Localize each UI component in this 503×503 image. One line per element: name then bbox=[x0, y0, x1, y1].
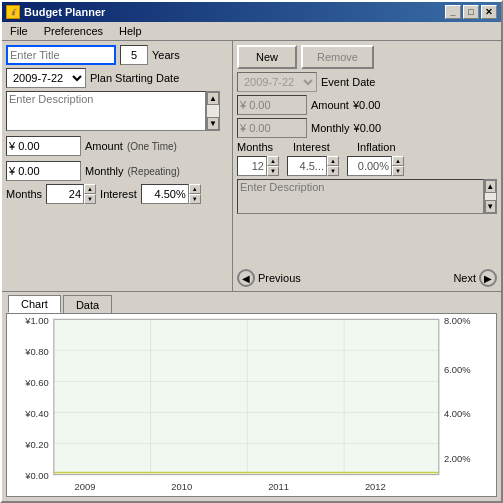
scroll-up-btn[interactable]: ▲ bbox=[207, 92, 219, 105]
right-inflation-spinner: ▲ ▼ bbox=[347, 156, 404, 176]
monthly-input[interactable] bbox=[6, 161, 81, 181]
months-label: Months bbox=[6, 188, 42, 200]
title-input[interactable] bbox=[6, 45, 116, 65]
menu-help[interactable]: Help bbox=[115, 24, 146, 38]
right-inflation-value[interactable] bbox=[347, 156, 392, 176]
right-months-up[interactable]: ▲ bbox=[267, 156, 279, 166]
maximize-button[interactable]: □ bbox=[463, 5, 479, 19]
prev-label: Previous bbox=[258, 272, 301, 284]
prev-button[interactable]: ◀ Previous bbox=[237, 269, 301, 287]
title-bar: 💰 Budget Planner _ □ ✕ bbox=[2, 2, 501, 22]
svg-text:¥0.00: ¥0.00 bbox=[24, 470, 48, 481]
title-years-row: Years bbox=[6, 45, 228, 65]
months-interest-row: Months ▲ ▼ Interest ▲ ▼ bbox=[6, 184, 228, 204]
amount-label: Amount bbox=[85, 140, 123, 152]
bottom-section: Chart Data bbox=[2, 291, 501, 501]
right-amount-value: ¥0.00 bbox=[353, 99, 381, 111]
svg-text:8.00%: 8.00% bbox=[444, 315, 471, 326]
monthly-label: Monthly bbox=[85, 165, 124, 177]
right-months-spinner: ▲ ▼ bbox=[237, 156, 279, 176]
description-area: ▲ ▼ bbox=[6, 91, 228, 131]
monthly-row: Monthly (Repeating) bbox=[6, 161, 228, 181]
menu-bar: File Preferences Help bbox=[2, 22, 501, 41]
right-desc-scrollbar[interactable]: ▲ ▼ bbox=[484, 179, 497, 214]
tabs-row: Chart Data bbox=[2, 292, 501, 313]
svg-text:2009: 2009 bbox=[75, 480, 96, 491]
title-buttons: _ □ ✕ bbox=[445, 5, 497, 19]
svg-text:¥0.60: ¥0.60 bbox=[24, 377, 48, 388]
svg-text:¥0.80: ¥0.80 bbox=[24, 346, 48, 357]
right-months-btns: ▲ ▼ bbox=[267, 156, 279, 176]
right-monthly-row: Monthly ¥0.00 bbox=[237, 118, 497, 138]
amount-note: (One Time) bbox=[127, 141, 177, 152]
main-window: 💰 Budget Planner _ □ ✕ File Preferences … bbox=[0, 0, 503, 503]
right-scroll-down[interactable]: ▼ bbox=[485, 200, 496, 213]
scroll-down-btn[interactable]: ▼ bbox=[207, 117, 219, 130]
right-scroll-up[interactable]: ▲ bbox=[485, 180, 496, 193]
menu-file[interactable]: File bbox=[6, 24, 32, 38]
next-button[interactable]: Next ▶ bbox=[453, 269, 497, 287]
left-panel: Years 2009-7-22 Plan Starting Date ▲ ▼ bbox=[2, 41, 232, 291]
right-description-area: ▲ ▼ bbox=[237, 179, 497, 264]
right-months-label: Months bbox=[237, 141, 289, 153]
right-monthly-value: ¥0.00 bbox=[354, 122, 382, 134]
right-amount-input[interactable] bbox=[237, 95, 307, 115]
new-button[interactable]: New bbox=[237, 45, 297, 69]
plan-date-row: 2009-7-22 Plan Starting Date bbox=[6, 68, 228, 88]
interest-value-input[interactable] bbox=[141, 184, 189, 204]
plan-starting-date-label: Plan Starting Date bbox=[90, 72, 179, 84]
right-monthly-input[interactable] bbox=[237, 118, 307, 138]
new-remove-row: New Remove bbox=[237, 45, 497, 69]
right-interest-up[interactable]: ▲ bbox=[327, 156, 339, 166]
svg-text:2012: 2012 bbox=[365, 480, 386, 491]
svg-text:2011: 2011 bbox=[268, 480, 289, 491]
scroll-track bbox=[207, 105, 219, 117]
main-content: Years 2009-7-22 Plan Starting Date ▲ ▼ bbox=[2, 41, 501, 291]
svg-text:6.00%: 6.00% bbox=[444, 364, 471, 375]
right-inflation-down[interactable]: ▼ bbox=[392, 166, 404, 176]
right-inflation-label: Inflation bbox=[357, 141, 396, 153]
right-inflation-up[interactable]: ▲ bbox=[392, 156, 404, 166]
interest-spin-up[interactable]: ▲ bbox=[189, 184, 201, 194]
svg-text:¥1.00: ¥1.00 bbox=[24, 315, 48, 326]
right-interest-down[interactable]: ▼ bbox=[327, 166, 339, 176]
months-value-input[interactable] bbox=[46, 184, 84, 204]
interest-spin-down[interactable]: ▼ bbox=[189, 194, 201, 204]
interest-spinner: ▲ ▼ bbox=[141, 184, 201, 204]
minimize-button[interactable]: _ bbox=[445, 5, 461, 19]
svg-text:¥0.40: ¥0.40 bbox=[24, 408, 48, 419]
interest-label: Interest bbox=[100, 188, 137, 200]
tab-data[interactable]: Data bbox=[63, 295, 112, 313]
remove-button[interactable]: Remove bbox=[301, 45, 374, 69]
right-months-down[interactable]: ▼ bbox=[267, 166, 279, 176]
chart-svg: ¥1.00 ¥0.80 ¥0.60 ¥0.40 ¥0.20 ¥0.00 8.00… bbox=[7, 314, 496, 496]
right-interest-label: Interest bbox=[293, 141, 353, 153]
amount-input[interactable] bbox=[6, 136, 81, 156]
window-title: Budget Planner bbox=[24, 6, 105, 18]
right-interest-btns: ▲ ▼ bbox=[327, 156, 339, 176]
description-textarea[interactable] bbox=[6, 91, 206, 131]
right-scroll-track bbox=[485, 193, 496, 200]
right-inflation-btns: ▲ ▼ bbox=[392, 156, 404, 176]
event-date-select[interactable]: 2009-7-22 bbox=[237, 72, 317, 92]
months-spin-up[interactable]: ▲ bbox=[84, 184, 96, 194]
years-value-input[interactable] bbox=[120, 45, 148, 65]
chart-area: ¥1.00 ¥0.80 ¥0.60 ¥0.40 ¥0.20 ¥0.00 8.00… bbox=[6, 313, 497, 497]
svg-text:2.00%: 2.00% bbox=[444, 453, 471, 464]
description-scrollbar[interactable]: ▲ ▼ bbox=[206, 91, 220, 131]
event-date-row: 2009-7-22 Event Date bbox=[237, 72, 497, 92]
right-panel: New Remove 2009-7-22 Event Date Amount ¥… bbox=[232, 41, 501, 291]
plan-date-select[interactable]: 2009-7-22 bbox=[6, 68, 86, 88]
right-amount-label: Amount bbox=[311, 99, 349, 111]
menu-preferences[interactable]: Preferences bbox=[40, 24, 107, 38]
close-button[interactable]: ✕ bbox=[481, 5, 497, 19]
event-date-label: Event Date bbox=[321, 76, 375, 88]
months-spin-down[interactable]: ▼ bbox=[84, 194, 96, 204]
right-interest-value[interactable] bbox=[287, 156, 327, 176]
right-interest-spinner: ▲ ▼ bbox=[287, 156, 339, 176]
right-description-textarea[interactable] bbox=[237, 179, 484, 214]
right-amount-row: Amount ¥0.00 bbox=[237, 95, 497, 115]
tab-chart[interactable]: Chart bbox=[8, 295, 61, 313]
app-icon: 💰 bbox=[6, 5, 20, 19]
right-months-value[interactable] bbox=[237, 156, 267, 176]
